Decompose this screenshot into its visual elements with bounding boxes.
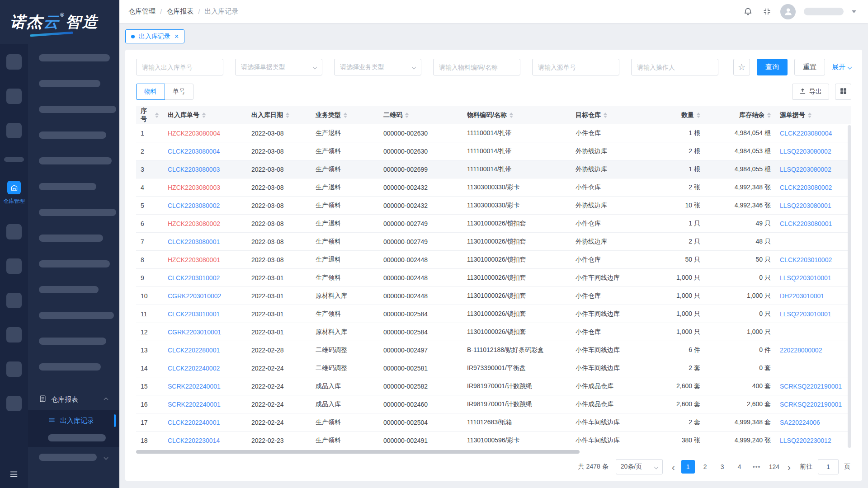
table-row[interactable]: 17CLCK22022400012022-02-24生产领料000000-002… [136,413,851,432]
collapse-screen-icon[interactable] [761,6,772,17]
filter-operator-input[interactable] [631,59,718,75]
column-header-biz-type[interactable]: 业务类型 [311,111,379,119]
table-row[interactable]: 6HZCK22030800022022-03-08生产退料000000-0027… [136,215,851,233]
table-cell[interactable]: SCRK2202240001 [163,383,247,390]
table-row[interactable]: 15SCRK22022400012022-02-24成品入库000000-002… [136,377,851,395]
table-cell[interactable]: CLCK2202280001 [163,347,247,354]
page-number-2[interactable]: 2 [698,460,712,474]
table-cell[interactable]: LLSQ2203080002 [775,148,851,155]
page-size-select[interactable]: 20条/页 [616,459,663,474]
horizontal-scrollbar[interactable] [136,450,580,454]
tab-inout-records[interactable]: 出入库记录 × [125,29,184,43]
table-cell[interactable]: CLCK2203080001 [163,238,247,245]
chevron-down-icon[interactable] [852,10,856,13]
column-header-source-doc[interactable]: 源单据号 [775,111,851,119]
notification-bell-icon[interactable] [742,6,753,17]
breadcrumb-item[interactable]: 仓库管理 [128,7,156,16]
sidebar-item-collapsed[interactable] [28,447,119,468]
table-cell[interactable]: HZCK2203080001 [163,256,247,263]
reset-button[interactable]: 重置 [794,59,825,75]
table-cell[interactable]: CLCK2203080004 [775,130,851,137]
table-cell[interactable]: LLSQ2203080002 [775,166,851,173]
table-row[interactable]: 9CLCK22030100022022-03-01生产领料000000-0024… [136,269,851,287]
table-cell[interactable]: LLSQ2203010001 [775,274,851,282]
table-row[interactable]: 16SCRK22022400012022-02-24成品入库000000-002… [136,395,851,413]
sort-icon[interactable] [509,113,513,118]
filter-source-no-input[interactable] [532,59,619,75]
column-header-balance[interactable]: 库存结余 [705,111,775,119]
page-number-1[interactable]: 1 [681,460,695,474]
table-row[interactable]: 4HZCK22030800032022-03-08生产退料000000-0024… [136,178,851,197]
filter-doc-type-select[interactable]: 请选择单据类型 [235,59,322,75]
column-header-doc-no[interactable]: 出入库单号 [163,111,247,119]
table-cell[interactable]: CLCK2202240002 [163,365,247,372]
table-cell[interactable]: CGRK2203010001 [163,328,247,336]
table-cell[interactable]: HZCK2203080004 [163,130,247,137]
table-row[interactable]: 7CLCK22030800012022-03-08生产领料000000-0027… [136,233,851,251]
sort-icon[interactable] [405,113,409,118]
table-cell[interactable]: DH2203010001 [775,292,851,300]
expand-link[interactable]: 展开 [832,63,851,71]
table-cell[interactable]: HZCK2203080003 [163,184,247,191]
table-row[interactable]: 5CLCK22030800022022-03-08生产领料000000-0024… [136,197,851,215]
tab-close-icon[interactable]: × [175,33,179,40]
table-cell[interactable]: CLCK2202230014 [163,437,247,444]
sort-icon[interactable] [286,113,289,118]
query-button[interactable]: 查询 [757,59,788,75]
column-header-date[interactable]: 出入库日期 [247,111,311,119]
sidebar-rail-item-warehouse[interactable]: 仓库管理 [3,181,25,205]
table-row[interactable]: 12CGRK22030100012022-03-01原材料入库000000-00… [136,323,851,341]
vertical-scrollbar[interactable] [848,125,851,448]
table-cell[interactable]: CLCK2203010001 [163,310,247,318]
table-cell[interactable]: CLCK2203080001 [775,220,851,227]
table-cell[interactable]: CLCK2203080004 [163,148,247,155]
page-number-3[interactable]: 3 [716,460,729,474]
column-header-quantity[interactable]: 数量 [657,111,705,119]
sort-icon[interactable] [202,113,206,118]
table-cell[interactable]: HZCK2203080002 [163,220,247,227]
sidebar-item-warehouse-report[interactable]: 仓库报表 [28,389,119,410]
column-header-material[interactable]: 物料编码/名称 [462,111,571,119]
more-pages-button[interactable]: ••• [750,460,764,474]
table-cell[interactable]: CLCK2203010002 [163,274,247,282]
column-settings-button[interactable] [835,84,851,100]
sort-icon[interactable] [808,113,811,118]
breadcrumb-item[interactable]: 仓库报表 [166,7,193,16]
table-row[interactable]: 14CLCK22022400022022-02-24二维码调整000000-00… [136,359,851,377]
table-cell[interactable]: CGRK2203010002 [163,292,247,300]
sort-icon[interactable] [697,113,700,118]
table-cell[interactable]: SCRKSQ2202190001 [775,401,851,408]
table-row[interactable]: 10CGRK22030100022022-03-01原材料入库000000-00… [136,287,851,305]
column-header-warehouse[interactable]: 目标仓库 [571,111,657,119]
page-number-last[interactable]: 124 [767,460,781,474]
table-row[interactable]: 13CLCK22022800012022-02-28二维码调整000000-00… [136,341,851,359]
table-cell[interactable]: 220228000002 [775,347,851,354]
table-cell[interactable]: CLCK2203080002 [163,202,247,209]
column-header-qr-code[interactable]: 二维码 [379,111,462,119]
page-number-4[interactable]: 4 [733,460,746,474]
prev-page-button[interactable]: ‹ [669,462,678,472]
sort-icon[interactable] [604,113,607,118]
toggle-doc-no-button[interactable]: 单号 [165,84,193,100]
toggle-material-button[interactable]: 物料 [136,84,165,100]
table-cell[interactable]: CLCK2202240001 [163,419,247,426]
filter-doc-no-input[interactable] [136,59,223,75]
table-cell[interactable]: SA220224006 [775,419,851,426]
table-cell[interactable]: CLCK2203010002 [775,256,851,263]
goto-page-input[interactable] [818,459,839,474]
favorite-star-button[interactable]: ☆ [733,59,750,75]
table-cell[interactable]: LLSQ2203010001 [775,310,851,318]
table-cell[interactable]: CLCK2203080003 [163,166,247,173]
menu-toggle-button[interactable] [9,469,19,481]
table-row[interactable]: 18CLCK22022300142022-02-23生产领料000000-002… [136,432,851,449]
table-row[interactable]: 3CLCK22030800032022-03-08生产领料000000-0026… [136,160,851,178]
sort-icon[interactable] [344,113,347,118]
table-cell[interactable]: CLCK2203080002 [775,184,851,191]
sort-icon[interactable] [155,113,159,118]
table-row[interactable]: 11CLCK22030100012022-03-01生产领料000000-002… [136,305,851,323]
filter-material-input[interactable] [433,59,520,75]
table-row[interactable]: 1HZCK22030800042022-03-08生产退料000000-0026… [136,124,851,142]
table-cell[interactable]: LLSQ2202230012 [775,437,851,444]
export-button[interactable]: 导出 [792,84,829,100]
filter-biz-type-select[interactable]: 请选择业务类型 [334,59,421,75]
